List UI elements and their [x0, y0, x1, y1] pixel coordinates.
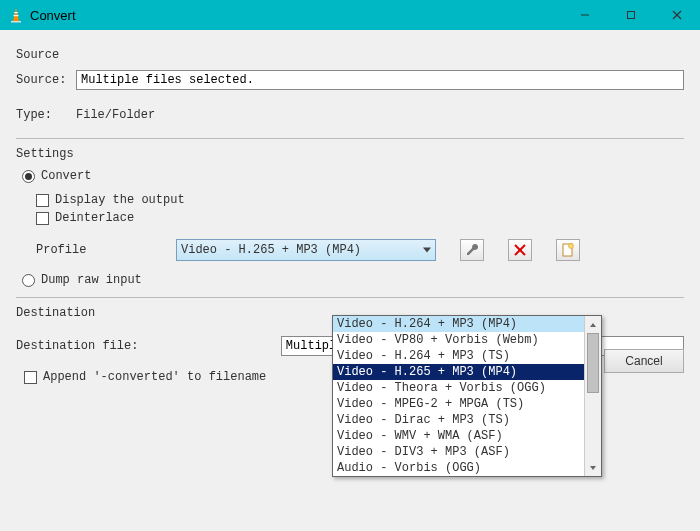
scroll-thumb[interactable] [587, 333, 599, 393]
svg-rect-1 [11, 21, 21, 23]
profile-option[interactable]: Audio - Vorbis (OGG) [333, 460, 584, 476]
settings-group-label: Settings [16, 147, 684, 161]
source-input[interactable] [76, 70, 684, 90]
profile-option[interactable]: Video - H.265 + MP3 (MP4) [333, 364, 584, 380]
scroll-up-icon[interactable] [585, 316, 601, 333]
deinterlace-label: Deinterlace [55, 211, 134, 225]
deinterlace-checkbox[interactable] [36, 212, 49, 225]
source-label: Source: [16, 73, 76, 87]
dump-raw-label: Dump raw input [41, 273, 142, 287]
profile-dropdown-list[interactable]: Video - H.264 + MP3 (MP4) Video - VP80 +… [332, 315, 602, 477]
new-profile-button[interactable] [556, 239, 580, 261]
separator-1 [16, 138, 684, 139]
convert-radio[interactable] [22, 170, 35, 183]
separator-2 [16, 297, 684, 298]
profile-selected-text: Video - H.265 + MP3 (MP4) [181, 243, 361, 257]
profile-label: Profile [36, 243, 156, 257]
profile-option[interactable]: Video - DIV3 + MP3 (ASF) [333, 444, 584, 460]
delete-x-icon [514, 244, 526, 256]
chevron-down-icon [423, 248, 431, 253]
minimize-button[interactable] [562, 0, 608, 30]
window-title: Convert [30, 8, 562, 23]
dialog-body: Source Source: Type: File/Folder Setting… [0, 30, 700, 384]
source-group-label: Source [16, 48, 684, 62]
profile-option[interactable]: Video - MPEG-2 + MPGA (TS) [333, 396, 584, 412]
new-file-icon [561, 243, 575, 257]
profile-option[interactable]: Video - VP80 + Vorbis (Webm) [333, 332, 584, 348]
convert-radio-label: Convert [41, 169, 91, 183]
edit-profile-button[interactable] [460, 239, 484, 261]
display-output-label: Display the output [55, 193, 185, 207]
dump-raw-radio[interactable] [22, 274, 35, 287]
svg-point-11 [569, 244, 574, 249]
title-bar: Convert [0, 0, 700, 30]
profile-option[interactable]: Video - Theora + Vorbis (OGG) [333, 380, 584, 396]
profile-combo[interactable]: Video - H.265 + MP3 (MP4) [176, 239, 436, 261]
delete-profile-button[interactable] [508, 239, 532, 261]
type-value: File/Folder [76, 108, 155, 122]
cancel-button[interactable]: Cancel [604, 349, 684, 373]
svg-rect-2 [14, 12, 18, 13]
type-label: Type: [16, 108, 76, 122]
display-output-checkbox[interactable] [36, 194, 49, 207]
svg-rect-5 [628, 12, 635, 19]
profile-option[interactable]: Video - WMV + WMA (ASF) [333, 428, 584, 444]
profile-option[interactable]: Video - H.264 + MP3 (MP4) [333, 316, 584, 332]
svg-rect-3 [14, 15, 19, 16]
profile-option[interactable]: Video - H.264 + MP3 (TS) [333, 348, 584, 364]
svg-marker-0 [13, 8, 19, 21]
maximize-button[interactable] [608, 0, 654, 30]
vlc-cone-icon [8, 7, 24, 23]
scroll-down-icon[interactable] [585, 459, 601, 476]
close-button[interactable] [654, 0, 700, 30]
svg-marker-12 [590, 323, 596, 327]
wrench-icon [465, 243, 479, 257]
dropdown-scrollbar[interactable] [584, 316, 601, 476]
svg-marker-13 [590, 466, 596, 470]
profile-option[interactable]: Video - Dirac + MP3 (TS) [333, 412, 584, 428]
